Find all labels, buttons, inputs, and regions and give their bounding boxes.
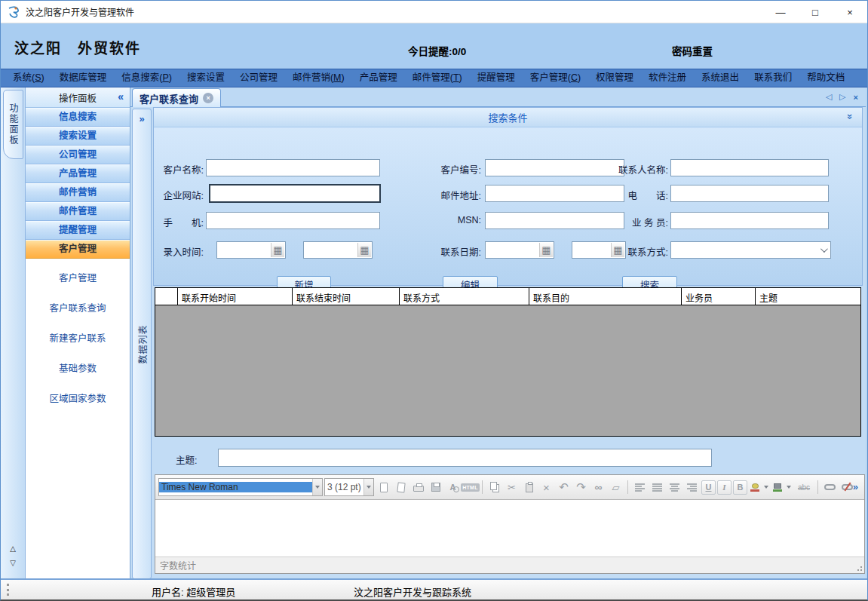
scroll-up-icon[interactable]: △ (10, 544, 16, 553)
collapse-up-icon[interactable]: » (845, 114, 856, 119)
grid-col-indicator[interactable] (155, 288, 178, 305)
menu-item-email-mgmt[interactable]: 邮件管理(T) (405, 69, 470, 87)
menu-item-product[interactable]: 产品管理 (352, 69, 405, 87)
customer-no-input[interactable] (485, 159, 624, 176)
menu-item-register[interactable]: 软件注册 (641, 69, 694, 87)
contact-date-from-picker[interactable]: ▦ (485, 241, 554, 259)
editor-content-area[interactable] (155, 500, 864, 557)
resize-grip[interactable] (860, 569, 862, 571)
contact-name-input[interactable] (670, 159, 829, 176)
italic-button[interactable]: I (717, 480, 732, 495)
redo-icon[interactable]: ↷ (573, 480, 589, 495)
menu-item-database[interactable]: 数据库管理 (52, 69, 115, 87)
contact-method-select[interactable] (670, 241, 831, 259)
phone-input[interactable] (670, 185, 829, 202)
menu-item-email-marketing[interactable]: 邮件营销(M) (285, 69, 352, 87)
grid-col-subject[interactable]: 主题 (756, 288, 860, 305)
find-icon[interactable]: ∞ (590, 480, 606, 495)
font-color-button[interactable] (749, 480, 761, 495)
data-list-collapsed-panel[interactable]: » 数据列表 (132, 109, 152, 579)
print-icon[interactable] (410, 480, 426, 495)
align-right-icon[interactable] (684, 480, 700, 495)
sidebar-item-region-params[interactable]: 区域国家参数 (26, 384, 130, 414)
menu-item-customer[interactable]: 客户管理(C) (523, 69, 588, 87)
today-reminder[interactable]: 今日提醒:0/0 (408, 43, 466, 58)
paste-icon[interactable] (521, 480, 537, 495)
strikethrough-icon[interactable]: abc (794, 480, 814, 495)
new-document-icon[interactable] (376, 480, 391, 495)
html-view-icon[interactable]: HTML (462, 480, 478, 495)
subject-input[interactable] (218, 449, 712, 467)
maximize-button[interactable]: □ (798, 1, 833, 23)
sidebar-group-product[interactable]: 产品管理 (26, 164, 130, 183)
bold-button[interactable]: B (733, 480, 747, 495)
grid-col-end-time[interactable]: 联系结束时间 (293, 288, 400, 305)
undo-icon[interactable]: ↶ (556, 480, 572, 495)
calendar-icon[interactable]: ▦ (357, 243, 371, 257)
align-center-icon[interactable] (667, 480, 682, 495)
sidebar-group-info-search[interactable]: 信息搜索 (26, 108, 130, 127)
msn-input[interactable] (485, 212, 624, 229)
sidebar-group-search-settings[interactable]: 搜索设置 (26, 127, 130, 146)
align-left-icon[interactable] (632, 480, 648, 495)
sidebar-group-company[interactable]: 公司管理 (26, 146, 130, 164)
menu-item-help[interactable]: 帮助文档 (799, 69, 852, 87)
sidebar-item-contact-query[interactable]: 客户联系查询 (26, 293, 130, 323)
sidebar-group-email-mgmt[interactable]: 邮件管理 (26, 202, 130, 221)
tab-close-icon[interactable]: × (203, 93, 213, 103)
customer-name-input[interactable] (206, 159, 380, 176)
password-reset-link[interactable]: 密码重置 (672, 43, 713, 58)
font-color-dropdown-icon[interactable] (762, 480, 770, 495)
tab-next-icon[interactable]: ▷ (839, 92, 845, 102)
align-justify-icon[interactable] (649, 480, 665, 495)
grid-col-start-time[interactable]: 联系开始时间 (178, 288, 293, 305)
grid-body-empty[interactable] (155, 305, 860, 437)
highlight-dropdown-icon[interactable] (785, 480, 793, 495)
underline-button[interactable]: U (701, 480, 716, 495)
calendar-icon[interactable]: ▦ (271, 243, 284, 257)
entry-time-from-picker[interactable]: ▦ (216, 241, 286, 259)
menu-item-contact-us[interactable]: 联系我们 (747, 69, 799, 87)
grid-col-salesman[interactable]: 业务员 (682, 288, 756, 305)
minimize-button[interactable]: — (763, 1, 798, 23)
tabstrip-close-icon[interactable]: × (854, 93, 858, 102)
delete-icon[interactable]: × (538, 480, 554, 495)
menu-item-info-search[interactable]: 信息搜索(P) (114, 69, 179, 87)
sidebar-item-customer-mgmt[interactable]: 客户管理 (26, 263, 130, 293)
insert-link-icon[interactable] (822, 480, 838, 495)
menu-item-permission[interactable]: 权限管理 (588, 69, 641, 87)
menu-item-search-settings[interactable]: 搜索设置 (179, 69, 232, 87)
font-size-combo[interactable]: 3 (12 pt) (324, 478, 374, 496)
entry-time-to-picker[interactable]: ▦ (303, 241, 373, 259)
tab-contact-query[interactable]: 客户联系查询 × (132, 88, 221, 107)
menu-item-exit[interactable]: 系统退出 (694, 69, 747, 87)
panel-collapse-icon[interactable]: « (118, 90, 124, 103)
sidebar-group-reminder[interactable]: 提醒管理 (26, 221, 130, 240)
salesman-input[interactable] (670, 212, 829, 229)
cut-icon[interactable]: ✂ (504, 480, 520, 495)
open-document-icon[interactable] (393, 480, 409, 495)
scroll-down-icon[interactable]: ▽ (10, 559, 16, 567)
toolbar-overflow-icon[interactable]: » (853, 481, 858, 492)
function-panel-tab[interactable]: 功能面板 (3, 90, 23, 159)
sidebar-group-email-marketing[interactable]: 邮件营销 (26, 183, 130, 202)
grid-col-method[interactable]: 联系方式 (400, 288, 529, 305)
menu-item-company[interactable]: 公司管理 (232, 69, 285, 87)
menu-item-reminder[interactable]: 提醒管理 (470, 69, 523, 87)
chevron-down-icon[interactable] (312, 479, 322, 495)
chevron-down-icon[interactable] (363, 479, 373, 495)
font-search-icon[interactable]: A (445, 480, 461, 495)
tab-prev-icon[interactable]: ◁ (826, 92, 832, 102)
sidebar-item-new-contact[interactable]: 新建客户联系 (26, 323, 130, 354)
save-icon[interactable] (428, 480, 443, 495)
mobile-input[interactable] (206, 212, 380, 229)
email-input[interactable] (485, 185, 624, 202)
sidebar-group-customer[interactable]: 客户管理 (26, 240, 130, 259)
copy-icon[interactable] (486, 480, 502, 495)
website-input[interactable] (209, 184, 381, 203)
sidebar-item-base-params[interactable]: 基础参数 (26, 354, 130, 384)
eraser-icon[interactable]: ▱ (608, 480, 624, 495)
menu-item-system[interactable]: 系统(S) (5, 69, 52, 87)
close-button[interactable]: × (833, 1, 867, 23)
grid-col-purpose[interactable]: 联系目的 (529, 288, 682, 305)
